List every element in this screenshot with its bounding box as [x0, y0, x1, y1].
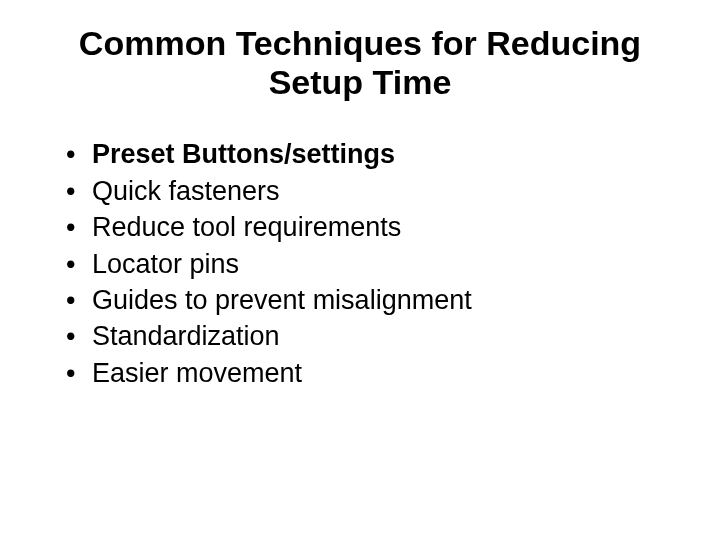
list-item: Locator pins	[66, 246, 680, 282]
list-item-text: Reduce tool requirements	[92, 212, 401, 242]
list-item: Standardization	[66, 318, 680, 354]
list-item-text: Locator pins	[92, 249, 239, 279]
bullet-list: Preset Buttons/settings Quick fasteners …	[40, 136, 680, 391]
list-item: Easier movement	[66, 355, 680, 391]
list-item-text: Standardization	[92, 321, 280, 351]
list-item: Reduce tool requirements	[66, 209, 680, 245]
list-item: Guides to prevent misalignment	[66, 282, 680, 318]
list-item-text: Quick fasteners	[92, 176, 280, 206]
list-item: Quick fasteners	[66, 173, 680, 209]
slide-title: Common Techniques for Reducing Setup Tim…	[40, 24, 680, 102]
slide: Common Techniques for Reducing Setup Tim…	[0, 0, 720, 540]
list-item: Preset Buttons/settings	[66, 136, 680, 172]
list-item-text: Guides to prevent misalignment	[92, 285, 472, 315]
list-item-text: Preset Buttons/settings	[92, 139, 395, 169]
list-item-text: Easier movement	[92, 358, 302, 388]
